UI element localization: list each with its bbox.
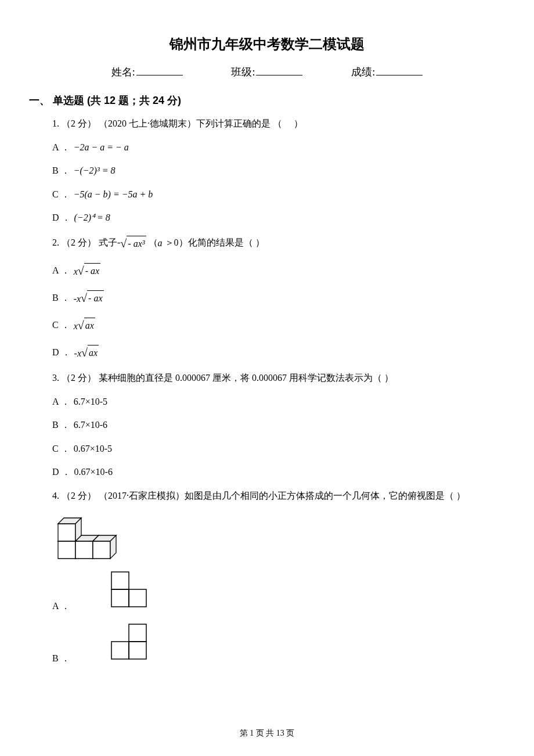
- score-field: 成绩:: [351, 65, 423, 79]
- q1-option-c: C ． −5(a − b) = −5a + b: [52, 187, 505, 202]
- svg-rect-14: [129, 589, 146, 607]
- score-label: 成绩:: [351, 65, 375, 79]
- q3-option-a: A ． 6.7×10‑5: [52, 394, 505, 409]
- section-1-title: 一、 单选题 (共 12 题；共 24 分): [29, 93, 505, 107]
- q3-option-b: B ． 6.7×10‑6: [52, 417, 505, 433]
- q2-a-x: x: [74, 267, 78, 276]
- q3-a-text: 6.7×10‑5: [74, 394, 107, 409]
- q3-d-text: 0.67×10‑6: [74, 465, 113, 480]
- q1-d-formula: (−2)⁴ = 8: [74, 210, 110, 225]
- q4-b-label: B ．: [52, 653, 70, 665]
- q2-option-d: D ． -x√ax: [52, 343, 505, 362]
- question-4: 4. （2 分） （2017·石家庄模拟）如图是由几个相同的小正方体搭成的一个几…: [52, 488, 505, 503]
- q1-option-a: A ． −2a − a = − a: [52, 140, 505, 155]
- q3-c-label: C ．: [52, 441, 70, 456]
- q2-a-formula: x√- ax: [74, 261, 101, 280]
- q4-option-a: A ．: [52, 569, 505, 613]
- q3-b-label: B ．: [52, 417, 70, 433]
- q2-b-x: -x: [74, 294, 81, 304]
- class-label: 班级:: [231, 65, 255, 79]
- q2-stem-prefix: 2. （2 分） 式子-: [52, 237, 120, 247]
- page-title: 锦州市九年级中考数学二模试题: [29, 35, 505, 53]
- q3-d-label: D ．: [52, 465, 71, 480]
- svg-rect-15: [129, 624, 146, 642]
- name-label: 姓名:: [111, 65, 135, 79]
- q4-a-label: A ．: [52, 600, 70, 613]
- q2-option-b: B ． -x√- ax: [52, 289, 505, 307]
- q4-a-topview-icon: [109, 569, 149, 610]
- class-field: 班级:: [231, 65, 302, 79]
- q2-c-root: ax: [84, 318, 95, 333]
- student-info-line: 姓名: 班级: 成绩:: [29, 65, 505, 79]
- q4-option-b: B ．: [52, 621, 505, 665]
- q1-answer-bracket: （ ）: [273, 118, 303, 128]
- q2-stem-var: a: [158, 236, 163, 251]
- q1-b-label: B ．: [52, 163, 70, 178]
- class-blank[interactable]: [256, 65, 302, 75]
- q2-option-c: C ． x√ax: [52, 316, 505, 334]
- q4-b-topview-icon: [109, 621, 149, 662]
- svg-rect-17: [129, 642, 146, 659]
- q2-a-root: - ax: [84, 263, 100, 279]
- q2-c-formula: x√ax: [74, 316, 95, 334]
- q2-b-formula: -x√- ax: [74, 289, 104, 307]
- q2-option-a: A ． x√- ax: [52, 261, 505, 280]
- q2-c-label: C ．: [52, 318, 70, 333]
- q3-a-label: A ．: [52, 394, 70, 409]
- q1-b-formula: −(−2)³ = 8: [74, 163, 116, 178]
- q2-stem-mid: （: [146, 237, 158, 247]
- q3-option-c: C ． 0.67×10‑5: [52, 441, 505, 456]
- q2-d-formula: -x√ax: [74, 343, 99, 362]
- q4-stem: 4. （2 分） （2017·石家庄模拟）如图是由几个相同的小正方体搭成的一个几…: [52, 488, 505, 503]
- name-field: 姓名:: [111, 65, 183, 79]
- q1-option-b: B ． −(−2)³ = 8: [52, 163, 505, 178]
- svg-marker-6: [93, 541, 110, 559]
- name-blank[interactable]: [136, 65, 183, 75]
- question-3: 3. （2 分） 某种细胞的直径是 0.000067 厘米，将 0.000067…: [52, 370, 505, 480]
- q2-d-x: -x: [74, 348, 81, 358]
- q3-c-text: 0.67×10‑5: [74, 441, 112, 456]
- q2-d-root: ax: [88, 345, 99, 361]
- q3-option-d: D ． 0.67×10‑6: [52, 465, 505, 480]
- page-footer: 第 1 页 共 13 页: [29, 728, 505, 739]
- q2-stem: 2. （2 分） 式子-√- ax³ （a ＞0）化简的结果是（ ）: [52, 234, 505, 253]
- q2-b-label: B ．: [52, 290, 70, 305]
- q1-option-d: D ． (−2)⁴ = 8: [52, 210, 505, 225]
- q1-c-formula: −5(a − b) = −5a + b: [74, 187, 153, 202]
- cube-structure-icon: [52, 512, 134, 564]
- svg-marker-3: [75, 541, 93, 559]
- q2-sqrt-icon: √- ax³: [120, 234, 146, 253]
- q2-sqrt-content: - ax³: [127, 236, 146, 251]
- score-blank[interactable]: [376, 65, 423, 75]
- svg-marker-0: [58, 541, 75, 559]
- question-2: 2. （2 分） 式子-√- ax³ （a ＞0）化简的结果是（ ） A ． x…: [52, 234, 505, 362]
- q2-c-x: x: [74, 321, 78, 331]
- q1-d-label: D ．: [52, 210, 71, 225]
- svg-rect-13: [111, 589, 129, 607]
- q2-stem-suffix: ＞0）化简的结果是（ ）: [163, 237, 265, 247]
- q1-stem: 1. （2 分） （2020 七上·德城期末）下列计算正确的是 （ ）: [52, 116, 505, 131]
- q2-b-root: - ax: [87, 290, 103, 306]
- q1-a-formula: −2a − a = − a: [74, 140, 129, 155]
- q1-a-label: A ．: [52, 140, 70, 155]
- svg-rect-16: [111, 642, 129, 659]
- q1-c-label: C ．: [52, 187, 70, 202]
- q2-a-label: A ．: [52, 263, 70, 278]
- q2-d-label: D ．: [52, 345, 71, 360]
- q3-stem: 3. （2 分） 某种细胞的直径是 0.000067 厘米，将 0.000067…: [52, 370, 505, 386]
- q1-stem-text: 1. （2 分） （2020 七上·德城期末）下列计算正确的是: [52, 118, 270, 128]
- svg-rect-12: [111, 572, 129, 589]
- question-1: 1. （2 分） （2020 七上·德城期末）下列计算正确的是 （ ） A ． …: [52, 116, 505, 225]
- q4-geometry-figure: [52, 512, 505, 564]
- q3-b-text: 6.7×10‑6: [74, 417, 107, 433]
- svg-marker-9: [58, 524, 75, 541]
